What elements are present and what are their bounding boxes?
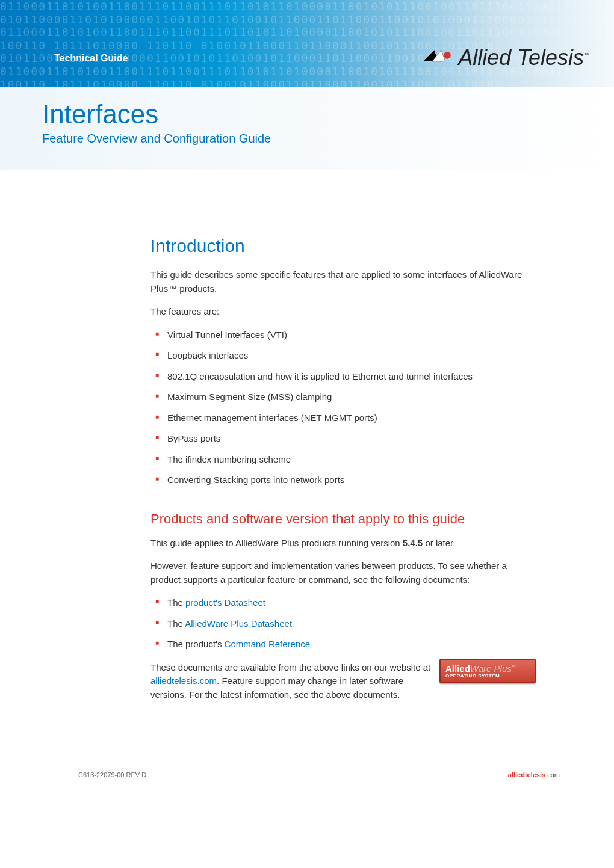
alliedware-datasheet-link[interactable]: AlliedWare Plus Datasheet: [185, 618, 292, 629]
badge-brand-2: Ware Plus™: [470, 663, 516, 674]
feature-item: Virtual Tunnel Interfaces (VTI): [150, 328, 536, 342]
datasheet-link[interactable]: product's Datasheet: [185, 597, 265, 608]
svg-point-2: [444, 52, 451, 59]
products-paragraph-2: However, feature support and implementat…: [150, 559, 536, 586]
document-item: The product's Command Reference: [150, 638, 536, 651]
page-subtitle: Feature Overview and Configuration Guide: [42, 132, 614, 146]
website-link[interactable]: alliedtelesis.com: [150, 676, 217, 686]
logo-text: Allied Telesis™: [458, 45, 590, 70]
feature-item: Ethernet management interfaces (NET MGMT…: [150, 411, 536, 425]
page-title: Interfaces: [42, 99, 614, 129]
introduction-heading: Introduction: [150, 236, 536, 256]
alliedware-plus-badge: AlliedWare Plus™ OPERATING SYSTEM: [439, 659, 536, 683]
document-id: C613-22079-00 REV D: [78, 771, 146, 778]
feature-item: Converting Stacking ports into network p…: [150, 473, 536, 487]
company-logo: Allied Telesis™: [423, 45, 590, 70]
logo-icon: [423, 49, 453, 66]
products-heading: Products and software version that apply…: [150, 511, 536, 527]
main-content: Introduction This guide describes some s…: [0, 170, 614, 747]
document-item: The product's Datasheet: [150, 596, 536, 610]
badge-brand-1: Allied: [445, 663, 470, 674]
badge-subtitle: OPERATING SYSTEM: [445, 673, 530, 679]
header-banner: 0110001101010011001110110011101101011010…: [0, 0, 614, 87]
feature-item: ByPass ports: [150, 432, 536, 446]
documents-list: The product's Datasheet The AlliedWare P…: [150, 596, 536, 651]
products-paragraph-1: This guide applies to AlliedWare Plus pr…: [150, 537, 536, 550]
title-block: Interfaces Feature Overview and Configur…: [0, 87, 614, 170]
footer-website: alliedtelesis.com: [508, 771, 560, 778]
binary-background: 0110001101010011001110110011101101011010…: [0, 0, 614, 87]
feature-item: Loopback interfaces: [150, 349, 536, 363]
features-list: Virtual Tunnel Interfaces (VTI) Loopback…: [150, 328, 536, 487]
feature-item: The ifindex numbering scheme: [150, 453, 536, 467]
feature-item: Maximum Segment Size (MSS) clamping: [150, 390, 536, 404]
document-item: The AlliedWare Plus Datasheet: [150, 617, 536, 631]
command-reference-link[interactable]: Command Reference: [225, 639, 311, 649]
intro-paragraph-2: The features are:: [150, 305, 536, 319]
page-footer: C613-22079-00 REV D alliedtelesis.com: [0, 747, 614, 802]
feature-item: 802.1Q encapsulation and how it is appli…: [150, 370, 536, 384]
technical-guide-label: Technical Guide: [54, 53, 128, 64]
intro-paragraph-1: This guide describes some specific featu…: [150, 268, 536, 295]
